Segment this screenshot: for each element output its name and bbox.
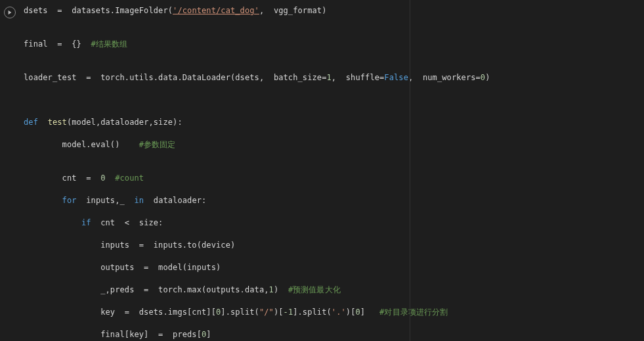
code-token: model.eval(): [24, 140, 139, 149]
code-token: ]: [206, 330, 211, 339]
code-token: dsets = datasets.ImageFolder(: [24, 6, 173, 15]
code-token: "/": [259, 307, 274, 317]
code-token: inputs,_: [77, 196, 135, 205]
code-token: key = dsets.imgs[cnt][: [24, 307, 216, 317]
run-cell-button[interactable]: [4, 7, 16, 18]
code-token: in: [135, 196, 144, 205]
code-token: ].split(: [221, 307, 259, 317]
code-token: _,preds = torch.max(outputs.data,: [24, 285, 269, 294]
code-token: 0: [355, 307, 360, 317]
code-token: test: [48, 118, 67, 127]
code-token: if: [81, 218, 91, 227]
code-token: cnt =: [24, 173, 100, 183]
code-token: ].split(: [293, 307, 332, 317]
code-cell: dsets = datasets.ImageFolder('/content/c…: [0, 0, 644, 341]
code-token: final[key] = preds[: [24, 330, 202, 339]
code-token: ]: [360, 307, 379, 317]
code-token: [38, 118, 48, 127]
code-token: '.': [332, 307, 346, 317]
code-token: )[: [346, 307, 356, 317]
code-token: )[: [274, 307, 284, 317]
code-comment: #参数固定: [139, 140, 176, 149]
code-token: '/content/cat_dog': [173, 6, 259, 15]
code-token: inputs = inputs.to(device): [24, 240, 235, 250]
code-token: final = {}: [24, 39, 91, 49]
code-token: def: [24, 118, 38, 127]
code-comment: #预测值最大化: [288, 285, 341, 294]
code-comment: #结果数组: [91, 39, 128, 49]
code-editor[interactable]: dsets = datasets.ImageFolder('/content/c…: [17, 5, 639, 341]
code-token: (model,dataloader,size):: [67, 118, 182, 127]
code-token: 1: [269, 285, 274, 294]
code-token: loader_test = torch.utils.data.DataLoade…: [24, 73, 326, 82]
code-comment: #对目录项进行分割: [379, 307, 448, 317]
code-token: outputs = model(inputs): [24, 263, 221, 272]
play-icon: [7, 10, 12, 15]
code-token: cnt < size:: [91, 218, 163, 227]
code-token: for: [62, 196, 77, 205]
code-token: , vgg_format): [259, 6, 327, 15]
code-token: -1: [284, 307, 293, 317]
code-token: dataloader:: [144, 196, 206, 205]
code-token: ): [485, 73, 490, 82]
column-guide: [410, 0, 410, 341]
code-token: False: [384, 73, 408, 82]
code-token: 1: [326, 73, 331, 82]
code-token: , shuffle=: [332, 73, 385, 82]
code-comment: #count: [115, 173, 144, 183]
code-token: , num_workers=: [408, 73, 481, 82]
code-token: [106, 173, 116, 183]
cell-gutter: [3, 5, 17, 18]
code-token: ): [274, 285, 288, 294]
code-token: 0: [100, 173, 105, 183]
